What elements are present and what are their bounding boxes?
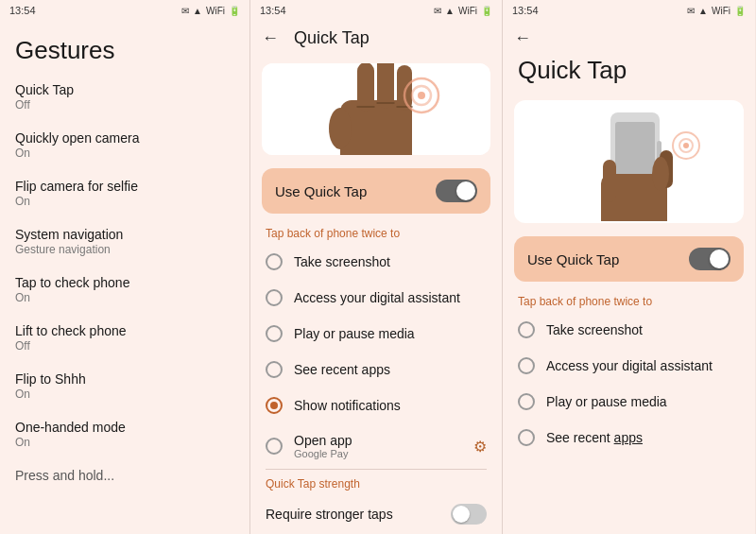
menu-item-title: One-handed mode xyxy=(15,420,234,435)
panel3-title-block: Quick Tap xyxy=(503,56,755,93)
option-assistant-2[interactable]: Access your digital assistant xyxy=(250,280,502,316)
time-1: 13:54 xyxy=(9,5,36,16)
menu-item-one-handed[interactable]: One-handed mode On xyxy=(0,410,249,458)
option-media-2[interactable]: Play or pause media xyxy=(250,316,502,352)
section-label-2: Tap back of phone twice to xyxy=(250,219,502,244)
menu-item-lift-check[interactable]: Lift to check phone Off xyxy=(0,314,249,362)
menu-item-sub: On xyxy=(15,291,234,304)
menu-item-open-camera[interactable]: Quickly open camera On xyxy=(0,121,249,169)
option-assistant-3[interactable]: Access your digital assistant xyxy=(503,348,755,384)
status-bar-1: 13:54 ✉ ▲ WiFi 🔋 xyxy=(0,0,249,21)
section-label-3: Tap back of phone twice to xyxy=(503,287,755,312)
menu-item-quick-tap[interactable]: Quick Tap Off xyxy=(0,73,249,121)
openapp-text-block: Open app Google Pay xyxy=(294,433,352,459)
menu-item-tap-check[interactable]: Tap to check phone On xyxy=(0,266,249,314)
back-button-2[interactable]: ← xyxy=(262,28,279,48)
radio-screenshot-3[interactable] xyxy=(518,321,535,338)
radio-notifications-2[interactable] xyxy=(266,397,283,414)
gear-icon-2[interactable]: ⚙ xyxy=(473,438,487,456)
svg-rect-3 xyxy=(357,63,374,112)
radio-media-3[interactable] xyxy=(518,393,535,410)
battery-icon: 🔋 xyxy=(229,6,240,16)
use-quick-tap-toggle-row-3[interactable]: Use Quick Tap xyxy=(514,236,744,282)
option-recent-2[interactable]: See recent apps xyxy=(250,352,502,388)
svg-point-21 xyxy=(652,157,669,191)
openapp-row: Open app Google Pay ⚙ xyxy=(294,433,487,459)
menu-item-title: Flip camera for selfie xyxy=(15,179,234,194)
phone-illustration-3 xyxy=(514,100,744,223)
stronger-taps-row[interactable]: Require stronger taps xyxy=(250,494,502,534)
option-openapp-2[interactable]: Open app Google Pay ⚙ xyxy=(250,423,502,469)
svg-point-6 xyxy=(329,108,352,149)
strength-section-label: Quick Tap strength xyxy=(250,470,502,494)
menu-list: Quick Tap Off Quickly open camera On Fli… xyxy=(0,73,249,492)
quick-tap-toggle-2[interactable] xyxy=(436,180,477,202)
toggle-label-3: Use Quick Tap xyxy=(527,251,619,267)
menu-item-title: Tap to check phone xyxy=(15,275,234,290)
menu-item-press-hold[interactable]: Press and hold... xyxy=(0,458,249,492)
option-text-recent-3: See recent apps xyxy=(546,430,643,445)
gestures-title: Gestures xyxy=(0,21,249,73)
status-icons-1: ✉ ▲ WiFi 🔋 xyxy=(181,6,240,16)
phone-svg-3 xyxy=(525,103,733,221)
battery-icon: 🔋 xyxy=(734,6,746,16)
wifi-icon: WiFi xyxy=(458,6,477,16)
radio-recent-2[interactable] xyxy=(266,361,283,378)
menu-item-flip-shhh[interactable]: Flip to Shhh On xyxy=(0,362,249,410)
option-text-notifications-2: Show notifications xyxy=(294,398,401,413)
time-2: 13:54 xyxy=(260,5,286,16)
hand-illustration-2 xyxy=(262,63,490,155)
msg-icon: ✉ xyxy=(434,6,441,16)
wifi-icon: WiFi xyxy=(206,6,225,16)
option-notifications-2[interactable]: Show notifications xyxy=(250,388,502,423)
menu-item-title: System navigation xyxy=(15,227,234,242)
signal-icon: ▲ xyxy=(445,6,455,16)
option-text-openapp-2: Open app xyxy=(294,433,352,448)
svg-rect-19 xyxy=(603,160,616,202)
menu-item-sub: Off xyxy=(15,339,234,353)
option-text-media-2: Play or pause media xyxy=(294,326,415,341)
radio-recent-3[interactable] xyxy=(518,429,535,446)
radio-assistant-3[interactable] xyxy=(518,357,535,374)
option-text-assistant-3: Access your digital assistant xyxy=(546,358,713,373)
stronger-taps-label: Require stronger taps xyxy=(266,507,393,522)
status-icons-2: ✉ ▲ WiFi 🔋 xyxy=(434,6,492,16)
menu-item-sub: On xyxy=(15,436,234,449)
svg-point-24 xyxy=(683,143,689,148)
radio-media-2[interactable] xyxy=(266,325,283,342)
hand-svg-2 xyxy=(263,63,490,155)
back-button-3[interactable]: ← xyxy=(514,28,531,48)
radio-openapp-2[interactable] xyxy=(266,438,283,455)
time-3: 13:54 xyxy=(512,5,539,16)
status-bar-3: 13:54 ✉ ▲ WiFi 🔋 xyxy=(503,0,755,21)
menu-item-title: Press and hold... xyxy=(15,468,234,483)
msg-icon: ✉ xyxy=(687,6,695,16)
menu-item-system-nav[interactable]: System navigation Gesture navigation xyxy=(0,217,249,266)
menu-item-sub: On xyxy=(15,146,234,160)
menu-item-title: Quickly open camera xyxy=(15,130,234,146)
quick-tap-panel: 13:54 ✉ ▲ WiFi 🔋 ← Quick Tap xyxy=(250,0,503,534)
option-screenshot-2[interactable]: Take screenshot xyxy=(250,244,502,280)
header-3: ← xyxy=(503,21,755,56)
use-quick-tap-toggle-row-2[interactable]: Use Quick Tap xyxy=(262,168,490,214)
wifi-icon: WiFi xyxy=(712,6,730,16)
option-media-3[interactable]: Play or pause media xyxy=(503,384,755,420)
menu-item-flip-camera[interactable]: Flip camera for selfie On xyxy=(0,169,249,217)
option-screenshot-3[interactable]: Take screenshot xyxy=(503,312,755,348)
toggle-label-2: Use Quick Tap xyxy=(275,183,367,199)
option-text-screenshot-3: Take screenshot xyxy=(546,322,643,337)
menu-item-sub: Off xyxy=(15,98,234,112)
svg-rect-5 xyxy=(397,65,412,111)
option-recent-3[interactable]: See recent apps xyxy=(503,420,755,456)
menu-item-title: Flip to Shhh xyxy=(15,371,234,387)
signal-icon: ▲ xyxy=(193,6,202,16)
status-bar-2: 13:54 ✉ ▲ WiFi 🔋 xyxy=(250,0,502,21)
quick-tap-toggle-3[interactable] xyxy=(689,248,730,270)
svg-point-12 xyxy=(418,92,425,99)
radio-assistant-2[interactable] xyxy=(266,289,283,306)
gestures-panel: 13:54 ✉ ▲ WiFi 🔋 Gestures Quick Tap Off … xyxy=(0,0,250,534)
radio-screenshot-2[interactable] xyxy=(266,253,283,270)
menu-item-sub: Gesture navigation xyxy=(15,243,234,256)
msg-icon: ✉ xyxy=(181,6,189,16)
stronger-taps-toggle[interactable] xyxy=(451,504,487,525)
